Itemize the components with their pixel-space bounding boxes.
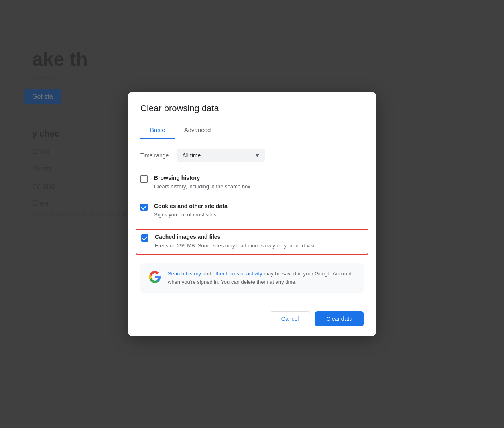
browsing-history-item: Browsing history Clears history, includi… — [140, 173, 364, 192]
time-range-label: Time range — [140, 152, 169, 159]
tab-advanced[interactable]: Advanced — [175, 122, 221, 139]
cookies-desc: Signs you out of most sites — [154, 211, 364, 219]
cached-images-text: Cached images and files Frees up 299 MB.… — [155, 234, 363, 250]
google-g-icon — [148, 271, 161, 283]
cached-images-item: Cached images and files Frees up 299 MB.… — [136, 229, 368, 255]
tabs-container: Basic Advanced — [128, 122, 376, 139]
search-history-link[interactable]: Search history — [168, 271, 201, 277]
tab-basic[interactable]: Basic — [140, 122, 175, 139]
cookies-checkbox[interactable] — [140, 204, 148, 211]
modal-header: Clear browsing data Basic Advanced — [128, 92, 376, 139]
info-box-text: Search history and other forms of activi… — [168, 270, 356, 287]
modal-footer: Cancel Clear data — [128, 303, 376, 336]
modal-title: Clear browsing data — [140, 103, 364, 114]
time-range-row: Time range Last hour Last 24 hours Last … — [140, 149, 364, 162]
other-forms-link[interactable]: other forms of activity — [213, 271, 262, 277]
clear-browsing-data-modal: Clear browsing data Basic Advanced Time … — [128, 92, 376, 336]
cancel-button[interactable]: Cancel — [270, 311, 311, 326]
cached-images-label: Cached images and files — [155, 234, 363, 240]
info-and-text: and — [201, 271, 213, 277]
modal-body: Time range Last hour Last 24 hours Last … — [128, 139, 376, 302]
time-range-select-wrapper: Last hour Last 24 hours Last 7 days Last… — [177, 149, 265, 162]
cookies-item: Cookies and other site data Signs you ou… — [140, 201, 364, 220]
clear-data-button[interactable]: Clear data — [315, 311, 364, 326]
cookies-text: Cookies and other site data Signs you ou… — [154, 203, 364, 219]
browsing-history-checkbox[interactable] — [140, 175, 148, 183]
modal-overlay: Clear browsing data Basic Advanced Time … — [0, 0, 504, 428]
cookies-label: Cookies and other site data — [154, 203, 364, 209]
time-range-select[interactable]: Last hour Last 24 hours Last 7 days Last… — [177, 149, 265, 162]
browsing-history-desc: Clears history, including in the search … — [154, 183, 364, 191]
info-box: Search history and other forms of activi… — [140, 263, 364, 293]
cached-images-checkbox[interactable] — [141, 234, 148, 242]
browsing-history-label: Browsing history — [154, 175, 364, 181]
cached-images-desc: Frees up 299 MB. Some sites may load mor… — [155, 242, 363, 250]
browsing-history-text: Browsing history Clears history, includi… — [154, 175, 364, 191]
